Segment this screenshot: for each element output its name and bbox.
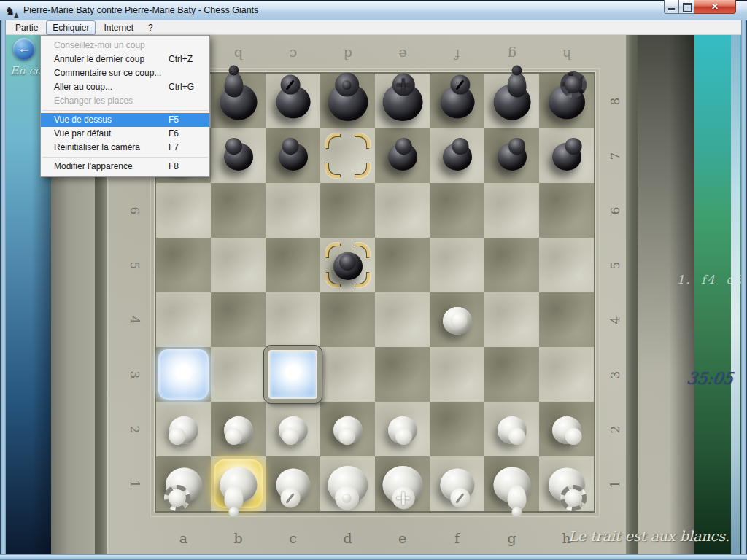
window-controls: ✕ [664,0,736,15]
menu-item-réinitialiser-la-caméra[interactable]: Réinitialiser la caméraF7 [41,141,209,155]
square-e5[interactable] [375,238,430,292]
square-g3[interactable] [484,347,539,402]
square-a6[interactable] [156,183,211,238]
square-d3[interactable] [320,347,375,402]
piece-white-queen-d1[interactable] [320,456,375,511]
menu-item-vue-par-défaut[interactable]: Vue par défautF6 [41,127,209,141]
square-f6[interactable] [430,183,484,238]
piece-white-bishop-f1[interactable] [430,456,484,511]
menubar-item-?[interactable]: ? [142,20,160,35]
white-pawn-head [565,428,581,445]
corner-marker-icon [325,163,340,178]
square-c5[interactable] [266,238,320,292]
square-c6[interactable] [266,183,320,238]
piece-white-pawn-h2[interactable] [539,402,594,456]
file-label-top-f: f [454,47,460,63]
piece-white-rook-h1[interactable] [539,456,594,511]
window-title: Pierre-Marie Baty contre Pierre-Marie Ba… [23,5,258,15]
piece-black-pawn-h7[interactable] [539,128,594,183]
game-clock: 35:05 [674,369,741,387]
piece-black-king-e8[interactable] [375,74,430,128]
square-b6[interactable] [211,183,266,238]
piece-black-bishop-c8[interactable] [266,74,320,128]
square-f5[interactable] [430,238,484,292]
piece-black-knight-b8[interactable] [211,74,266,128]
piece-white-pawn-c2[interactable] [266,402,320,456]
square-a4[interactable] [156,292,211,347]
piece-white-pawn-d2[interactable] [320,402,375,456]
window-border-bottom [0,554,747,560]
square-f2[interactable] [430,402,484,456]
square-e6[interactable] [375,183,430,238]
square-h4[interactable] [539,292,594,347]
window-border-right [741,20,747,554]
highlight-target-a3[interactable] [158,349,209,400]
square-b5[interactable] [211,238,266,292]
square-d6[interactable] [320,183,375,238]
white-queen-head [335,486,359,510]
maximize-button[interactable] [679,0,694,14]
piece-black-queen-d8[interactable] [320,74,375,128]
piece-black-pawn-b7[interactable] [211,128,266,183]
menu-item-aller-au-coup[interactable]: Aller au coup...Ctrl+G [41,80,209,94]
square-g6[interactable] [484,183,539,238]
menubar-item-partie[interactable]: Partie [9,20,44,35]
close-icon: ✕ [694,1,735,12]
square-b4[interactable] [211,292,266,347]
close-button[interactable]: ✕ [694,0,736,14]
piece-black-pawn-c7[interactable] [266,128,320,183]
piece-black-pawn-f7[interactable] [430,128,484,183]
piece-black-pawn-d5[interactable] [320,238,375,292]
menubar-item-internet[interactable]: Internet [97,20,140,35]
title-bar[interactable]: ♞♟ Pierre-Marie Baty contre Pierre-Marie… [0,0,747,20]
square-e3[interactable] [375,347,430,402]
piece-white-rook-a1[interactable] [156,456,211,511]
menubar-item-echiquier[interactable]: Echiquier [46,20,96,35]
rank-label-right-1: 1 [608,480,622,488]
piece-white-knight-g1[interactable] [484,456,539,511]
piece-white-pawn-f4[interactable] [430,292,484,347]
square-g4[interactable] [484,292,539,347]
queen-crown-ball [342,493,352,502]
rank-label-right-2: 2 [608,425,622,433]
piece-white-knight-b1[interactable] [211,456,266,511]
square-e4[interactable] [375,292,430,347]
black-pawn-head [338,254,355,271]
file-label-bottom-a: a [179,530,187,546]
piece-white-bishop-c1[interactable] [266,456,320,511]
square-c4[interactable] [266,292,320,347]
queen-crown-ball [342,80,352,90]
rank-label-right-3: 3 [608,370,622,378]
piece-white-pawn-e2[interactable] [375,402,430,456]
square-g5[interactable] [484,238,539,292]
menu-item-annuler-le-dernier-coup[interactable]: Annuler le dernier coupCtrl+Z [41,52,209,66]
square-d4[interactable] [320,292,375,347]
menu-item-vue-de-dessus[interactable]: Vue de dessusF5 [41,113,209,127]
file-label-bottom-e: e [398,530,406,546]
menu-item-label: Echanger les places [54,94,169,108]
piece-black-rook-h8[interactable] [539,74,594,128]
file-label-top-c: c [289,47,297,63]
piece-white-king-e1[interactable] [375,456,430,511]
highlight-target-framed-c3[interactable] [264,346,322,403]
minimize-button[interactable] [664,0,679,14]
square-a5[interactable] [156,238,211,292]
knight-snout [511,66,522,76]
square-f3[interactable] [430,347,484,402]
menu-item-commentaire-sur-ce-coup[interactable]: Commentaire sur ce coup... [41,66,209,80]
menu-item-modifier-l-apparence[interactable]: Modifier l'apparenceF8 [41,160,209,174]
piece-white-pawn-g2[interactable] [484,402,539,456]
king-cross-icon [397,78,410,91]
square-h5[interactable] [539,238,594,292]
piece-white-pawn-b2[interactable] [211,402,266,456]
square-h6[interactable] [539,183,594,238]
square-b3[interactable] [211,347,266,402]
back-button[interactable]: ← [13,38,35,60]
piece-black-pawn-g7[interactable] [484,128,539,183]
piece-black-bishop-f8[interactable] [430,74,484,128]
piece-black-pawn-e7[interactable] [375,128,430,183]
king-cross-icon [397,491,410,505]
piece-white-pawn-a2[interactable] [156,402,211,456]
square-h3[interactable] [539,347,594,402]
piece-black-knight-g8[interactable] [484,74,539,128]
